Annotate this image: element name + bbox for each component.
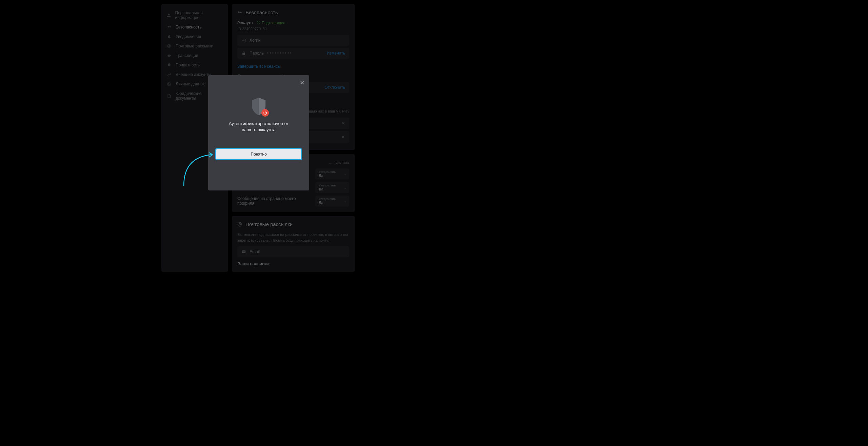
at-icon [167, 44, 172, 48]
email-label: Email [250, 249, 260, 254]
select-value: Да [319, 174, 346, 178]
key-icon [167, 25, 172, 29]
notify-select-1[interactable]: Уведомлять Да ⌄ [315, 168, 349, 179]
select-caption: Уведомлять [319, 197, 346, 201]
login-row: Логин [237, 35, 349, 46]
mail-panel: Почтовые рассылки Вы можете подписаться … [232, 216, 355, 272]
select-value: Да [319, 187, 346, 191]
svg-point-3 [257, 21, 260, 24]
sidebar-item-privacy[interactable]: Приватность [161, 60, 228, 70]
chevron-down-icon: ⌄ [344, 172, 347, 176]
sidebar-item-label: Приватность [176, 63, 200, 67]
login-label: Логин [250, 38, 260, 43]
user-icon [167, 13, 171, 18]
remove-icon[interactable]: ✕ [341, 134, 345, 140]
ghost-icon [167, 63, 172, 67]
notif-label: Сообщения на странице моего профиля [237, 196, 312, 206]
sidebar-item-label: Уведомления [176, 34, 201, 39]
sidebar-item-personal[interactable]: Персональная информация [161, 8, 228, 22]
sidebar-item-mail[interactable]: Почтовые рассылки [161, 41, 228, 51]
link-icon [167, 72, 172, 77]
shield-off-icon [251, 97, 267, 116]
account-label: Аккаунт [237, 20, 253, 25]
account-id: ID 224990770 [237, 26, 349, 31]
sidebar-item-label: Персональная информация [175, 11, 222, 20]
bell-icon [167, 34, 172, 39]
chevron-down-icon: ⌄ [344, 186, 347, 189]
id-text: ID 224990770 [237, 27, 261, 31]
sidebar-item-notifications[interactable]: Уведомления [161, 32, 228, 41]
sidebar-item-label: Почтовые рассылки [176, 44, 213, 48]
sidebar-item-security[interactable]: Безопасность [161, 22, 228, 32]
authenticator-disabled-modal: ✕ Аутентификатор отключён от вашего акка… [208, 75, 309, 190]
id-icon [167, 82, 172, 86]
change-password-link[interactable]: Изменить [327, 51, 345, 56]
modal-backdrop [0, 0, 868, 446]
camera-icon [167, 53, 172, 58]
svg-point-5 [239, 223, 241, 225]
modal-title: Аутентификатор отключён от вашего аккаун… [225, 121, 293, 133]
verified-text: Подтвержден [262, 21, 285, 25]
document-icon [167, 94, 172, 98]
remove-icon[interactable]: ✕ [341, 121, 345, 126]
notify-select-3[interactable]: Уведомлять Да ⌄ [315, 196, 349, 206]
at-icon [237, 222, 242, 227]
password-row: Пароль • • • • • • • • • • Изменить [237, 48, 349, 59]
key-icon [237, 10, 242, 15]
lock-icon [241, 51, 246, 55]
sidebar-item-label: Трансляции [176, 53, 198, 58]
svg-point-2 [169, 83, 169, 84]
mail-icon [241, 250, 246, 254]
mail-title-text: Почтовые рассылки [245, 221, 293, 227]
subs-title: Ваши подписки: [237, 261, 349, 266]
sidebar-item-label: Безопасность [176, 25, 202, 29]
verified-badge: Подтвержден [257, 21, 285, 25]
notify-select-2[interactable]: Уведомлять Да ⌄ [315, 182, 349, 193]
chevron-down-icon: ⌄ [344, 199, 347, 203]
select-value: Да [319, 201, 346, 205]
sidebar-item-streams[interactable]: Трансляции [161, 51, 228, 60]
panel-title: Безопасность [237, 9, 349, 15]
notif-row-3: Сообщения на странице моего профиля Увед… [237, 196, 349, 206]
sidebar-item-label: Внешние аккаунты [176, 72, 211, 77]
select-caption: Уведомлять [319, 170, 346, 174]
email-row: Email [237, 246, 349, 257]
ok-button[interactable]: Понятно [216, 149, 301, 159]
password-value: • • • • • • • • • • [267, 51, 323, 56]
login-icon [241, 38, 246, 42]
tfa-disable-link[interactable]: Отключить [324, 85, 345, 90]
copy-icon[interactable] [263, 26, 267, 31]
svg-point-0 [169, 45, 170, 47]
mail-helper: Вы можете подписаться на рассылки от про… [237, 232, 349, 243]
end-sessions-link[interactable]: Завершить все сеансы [237, 64, 281, 69]
svg-rect-4 [264, 28, 266, 30]
sidebar-item-label: Личные данные [176, 82, 205, 86]
panel-title-text: Безопасность [245, 9, 278, 15]
select-caption: Уведомлять [319, 184, 346, 187]
password-label: Пароль [250, 51, 264, 56]
close-icon[interactable]: ✕ [300, 79, 304, 86]
mail-title: Почтовые рассылки [237, 221, 349, 227]
